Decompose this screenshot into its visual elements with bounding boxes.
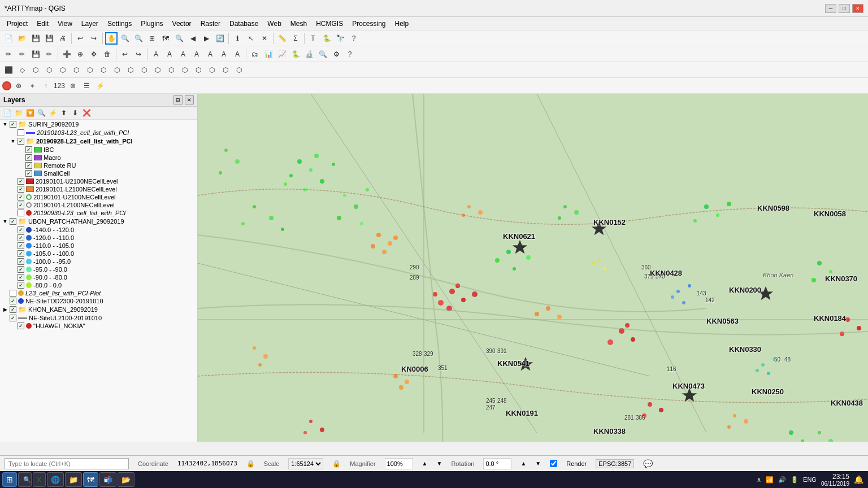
zoom-layer-btn[interactable]: 🗺: [159, 32, 172, 45]
layer-item-range3[interactable]: ✓-110.0 - -105.0: [0, 242, 197, 250]
layer-item-l2100ne_101_orange[interactable]: ✓20190101-L2100NECellLevel: [0, 185, 197, 193]
filter-icon-btn[interactable]: ⚡: [47, 108, 58, 118]
layer-checkbox-ne_site_ul2100[interactable]: ✓: [10, 315, 16, 321]
magnifier-spin-down[interactable]: ▼: [436, 460, 442, 467]
layer-item-surin[interactable]: ▼✓📁SURIN_29092019: [0, 120, 197, 129]
help-btn[interactable]: ?: [348, 32, 360, 45]
layer-expand-ubon[interactable]: ▼: [2, 219, 8, 224]
notification-btn[interactable]: 🔔: [854, 475, 863, 484]
gps-btn4[interactable]: 123: [53, 80, 66, 92]
zoom-in-btn[interactable]: 🔍: [119, 32, 131, 45]
layer-checkbox-khon_kaen[interactable]: ✓: [10, 306, 16, 313]
map-area[interactable]: KKN0621KKN0152KKN0598KKN0058KKN0428KKN02…: [198, 94, 868, 442]
minimize-button[interactable]: ─: [825, 4, 836, 13]
gps-btn6[interactable]: ☰: [80, 80, 93, 92]
measure-btn[interactable]: 📏: [276, 32, 288, 45]
label7-btn[interactable]: A: [231, 48, 244, 60]
advanced-btn4[interactable]: ⬡: [43, 64, 55, 76]
advanced-btn9[interactable]: ⬡: [111, 64, 123, 76]
advanced-btn14[interactable]: ⬡: [179, 64, 191, 76]
layer-item-l23_pci_plot_unchecked[interactable]: L23_cell_list_with_PCI-Plot: [0, 289, 197, 297]
tray-expand[interactable]: ∧: [757, 476, 761, 483]
advanced-btn13[interactable]: ⬡: [165, 64, 177, 76]
edit-layer-btn[interactable]: ✏: [16, 48, 28, 60]
layer-item-range5[interactable]: ✓-100.0 - -95.0: [0, 258, 197, 265]
layer-checkbox-u2100ne_101_green[interactable]: ✓: [18, 194, 24, 201]
clock[interactable]: 23:15 06/11/2019: [821, 473, 849, 487]
layer-checkbox-range5[interactable]: ✓: [18, 258, 24, 265]
filter-layer-btn[interactable]: 🔍: [36, 108, 46, 118]
gps-btn2[interactable]: ⌖: [26, 80, 38, 92]
rotation-input[interactable]: [483, 458, 511, 469]
layer-item-huawei_nokia[interactable]: ✓"HUAWEI_NOKIA": [0, 322, 197, 330]
advanced-btn15[interactable]: ⬡: [192, 64, 205, 76]
print-btn[interactable]: 🖨: [57, 32, 69, 45]
close-button[interactable]: ✕: [852, 4, 863, 13]
qgis-btn[interactable]: 🔬: [303, 48, 315, 60]
search2-btn[interactable]: 🔍: [316, 48, 329, 60]
menu-settings[interactable]: Settings: [103, 19, 136, 29]
magnifier-spin-up[interactable]: ▲: [422, 460, 428, 467]
layer-item-range7[interactable]: ✓-90.0 - -80.0: [0, 273, 197, 281]
layer-item-range2[interactable]: ✓-120.0 - -110.0: [0, 234, 197, 242]
zoom-previous-btn[interactable]: ◀: [186, 32, 199, 45]
layer-item-range8[interactable]: ✓-80.0 - 0.0: [0, 281, 197, 289]
layer-checkbox-u2100ne_101[interactable]: ✓: [18, 178, 24, 185]
field-calc-btn[interactable]: 🗂: [249, 48, 261, 60]
move-down-btn[interactable]: ⬇: [70, 108, 80, 118]
layer-item-ibc[interactable]: ✓IBC: [0, 146, 197, 154]
label4-btn[interactable]: A: [190, 48, 203, 60]
layer-item-range1[interactable]: ✓-140.0 - -120.0: [0, 226, 197, 234]
move-feature-btn[interactable]: ✥: [88, 48, 100, 60]
undo-btn[interactable]: ↩: [74, 32, 86, 45]
taskbar-outlook[interactable]: 📬: [99, 472, 116, 487]
python-btn[interactable]: 🐍: [320, 32, 333, 45]
layer-checkbox-range3[interactable]: ✓: [18, 242, 24, 249]
new-project-btn[interactable]: 📄: [2, 32, 15, 45]
gps-btn3[interactable]: ↑: [40, 80, 52, 92]
menu-help[interactable]: Help: [390, 19, 414, 29]
label3-btn[interactable]: A: [177, 48, 189, 60]
zoom-out-btn[interactable]: 🔍: [132, 32, 145, 45]
layer-item-u2100ne_101[interactable]: ✓20190101-U2100NECellLevel: [0, 177, 197, 185]
label-btn[interactable]: A: [150, 48, 162, 60]
layer-checkbox-huawei_nokia[interactable]: ✓: [18, 323, 24, 329]
advanced-btn2[interactable]: ◇: [16, 64, 28, 76]
layer-checkbox-remote_ru[interactable]: ✓: [25, 162, 32, 169]
rotation-spin-down[interactable]: ▼: [535, 460, 541, 467]
advanced-btn8[interactable]: ⬡: [97, 64, 110, 76]
add-point-btn[interactable]: ⊕: [74, 48, 86, 60]
taskbar-files[interactable]: 📂: [118, 472, 134, 487]
layer-expand-l23_928[interactable]: ▼: [10, 138, 16, 144]
layer-item-ne_site_ul2100[interactable]: ✓NE-SiteUL2100-20191010: [0, 314, 197, 322]
stat-btn[interactable]: 📈: [276, 48, 288, 60]
digitize-btn[interactable]: ✏: [43, 48, 55, 60]
taskbar-excel[interactable]: X: [33, 472, 46, 487]
menu2-btn[interactable]: ⚙: [330, 48, 342, 60]
layer-item-macro[interactable]: ✓Macro: [0, 154, 197, 162]
python2-btn[interactable]: 🐍: [289, 48, 302, 60]
zoom-next-btn[interactable]: ▶: [200, 32, 212, 45]
add-layer-btn[interactable]: 📁: [14, 108, 24, 118]
layer-checkbox-ne_site_tdd[interactable]: ✓: [10, 298, 16, 304]
crs-badge[interactable]: EPSG:3857: [596, 459, 634, 468]
zoom-selection-btn[interactable]: 🔍: [173, 32, 185, 45]
layer-checkbox-range2[interactable]: ✓: [18, 234, 24, 241]
menu-project[interactable]: Project: [2, 19, 32, 29]
undo-edit-btn[interactable]: ↩: [119, 48, 131, 60]
advanced-btn18[interactable]: ⬡: [233, 64, 245, 76]
maximize-button[interactable]: □: [839, 4, 850, 13]
help2-btn[interactable]: ?: [344, 48, 356, 60]
messages-icon[interactable]: 💬: [643, 459, 653, 468]
gps-btn5[interactable]: ⊛: [67, 80, 79, 92]
layer-checkbox-l2100ne_101_orange[interactable]: ✓: [18, 186, 24, 193]
layer-item-u2100ne_101_green[interactable]: ✓20190101-U2100NECellLevel: [0, 193, 197, 201]
gps-btn7[interactable]: ⚡: [94, 80, 106, 92]
pan-btn[interactable]: ✋: [105, 32, 118, 45]
redo-btn[interactable]: ↪: [88, 32, 100, 45]
search-button[interactable]: 🔍: [18, 472, 32, 487]
layer-item-range6[interactable]: ✓-95.0 - -90.0: [0, 265, 197, 273]
layer-checkbox-range7[interactable]: ✓: [18, 274, 24, 281]
label2-btn[interactable]: A: [163, 48, 176, 60]
layer-item-khon_kaen[interactable]: ▶✓📁KHON_KAEN_29092019: [0, 305, 197, 314]
